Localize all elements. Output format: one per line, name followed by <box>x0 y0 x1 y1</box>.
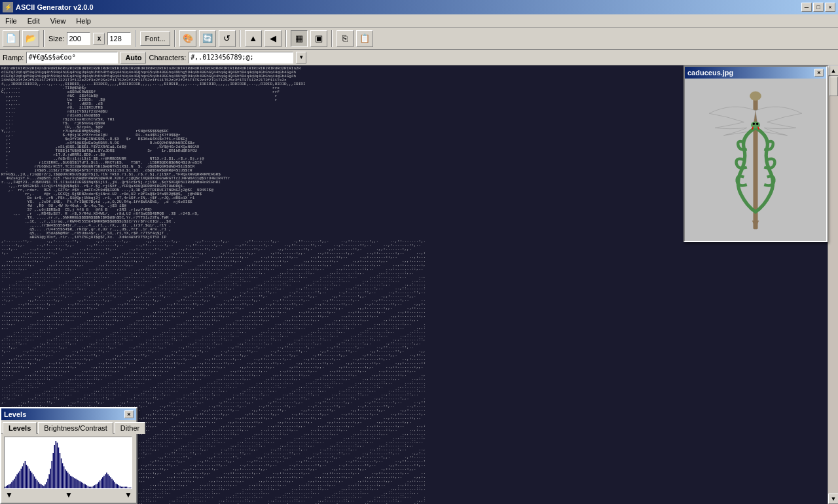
svg-rect-2 <box>7 485 9 488</box>
svg-rect-6 <box>12 480 14 488</box>
svg-rect-69 <box>97 484 98 488</box>
refresh2-button[interactable]: ↺ <box>219 30 236 47</box>
svg-rect-53 <box>75 479 77 488</box>
white-point-slider[interactable]: ▼ <box>124 490 132 499</box>
svg-rect-70 <box>98 482 100 488</box>
svg-rect-10 <box>18 473 19 488</box>
levels-content: ▼ ▼ ▼ <box>1 434 136 502</box>
svg-rect-52 <box>74 478 75 488</box>
tab-brightness-contrast[interactable]: Brightness/Contrast <box>38 422 113 434</box>
black-point-slider[interactable]: ▼ <box>5 490 13 499</box>
ramp-label: Ramp: <box>3 54 24 62</box>
menu-view[interactable]: View <box>45 16 71 26</box>
ramp-input[interactable] <box>26 52 118 63</box>
svg-rect-28 <box>42 485 43 488</box>
svg-rect-3 <box>9 484 10 488</box>
copy-button[interactable]: ⎘ <box>337 30 354 47</box>
svg-rect-8 <box>15 477 16 488</box>
svg-rect-22 <box>34 477 35 488</box>
svg-rect-59 <box>83 484 84 488</box>
svg-rect-90 <box>125 487 126 488</box>
maximize-button[interactable]: □ <box>813 3 824 12</box>
svg-rect-18 <box>29 469 30 488</box>
width-input[interactable] <box>67 32 90 45</box>
svg-rect-94 <box>130 488 132 488</box>
auto-button[interactable]: Auto <box>120 52 146 63</box>
svg-rect-23 <box>35 479 37 488</box>
svg-rect-33 <box>48 474 50 488</box>
paste-button[interactable]: 📋 <box>356 30 373 47</box>
svg-rect-5 <box>11 482 12 488</box>
svg-rect-68 <box>96 484 97 488</box>
levels-sliders: ▼ ▼ ▼ <box>4 490 134 499</box>
svg-rect-39 <box>57 442 58 488</box>
new-button[interactable]: 📄 <box>3 30 20 47</box>
scroll-thumb[interactable] <box>829 77 838 96</box>
app-title: ASCII Generator v2.0.0 <box>16 3 801 11</box>
svg-rect-21 <box>33 474 34 488</box>
menu-file[interactable]: File <box>0 16 22 26</box>
height-input[interactable] <box>107 32 131 45</box>
svg-rect-73 <box>102 477 103 488</box>
preview-close-button[interactable]: × <box>814 69 824 77</box>
svg-rect-72 <box>101 479 102 488</box>
main-area: NRIndRIRIRIR2RIR2nDnRdRIRdRn2RIRIRdRIRIR… <box>0 65 838 504</box>
svg-point-100 <box>756 122 759 125</box>
window-controls: ─ □ × <box>801 3 835 12</box>
levels-close-button[interactable]: × <box>124 410 134 418</box>
svg-rect-86 <box>120 486 121 488</box>
menu-edit[interactable]: Edit <box>22 16 45 26</box>
chars-label: Characters: <box>149 54 186 62</box>
chars-input[interactable] <box>189 52 293 63</box>
svg-rect-64 <box>90 487 92 488</box>
svg-rect-84 <box>117 484 118 488</box>
menu-help[interactable]: Help <box>71 16 96 26</box>
svg-rect-13 <box>22 466 24 488</box>
levels-title: Levels <box>4 410 26 418</box>
svg-rect-80 <box>111 479 113 488</box>
flip-up-button[interactable]: ▲ <box>245 30 262 47</box>
tab-dither[interactable]: Dither <box>115 422 145 434</box>
svg-rect-82 <box>114 482 115 488</box>
svg-rect-29 <box>43 486 45 488</box>
refresh-button[interactable]: 🔄 <box>199 30 216 47</box>
svg-rect-46 <box>66 471 67 488</box>
mid-point-slider[interactable]: ▼ <box>65 490 73 499</box>
svg-rect-95 <box>132 488 132 488</box>
minimize-button[interactable]: ─ <box>801 3 812 12</box>
scroll-down-button[interactable]: ▼ <box>828 494 838 504</box>
svg-rect-89 <box>124 487 125 488</box>
svg-rect-88 <box>122 487 124 488</box>
color-wheel-button[interactable]: 🎨 <box>179 30 196 47</box>
svg-rect-87 <box>121 487 122 488</box>
levels-panel: Levels × Levels Brightness/Contrast Dith… <box>0 407 137 504</box>
view-mode1-button[interactable]: ▦ <box>291 30 308 47</box>
svg-rect-38 <box>56 441 57 488</box>
close-button[interactable]: × <box>825 3 835 12</box>
svg-rect-44 <box>64 466 65 488</box>
ramp-bar: Ramp: Auto Characters: ▼ <box>0 50 838 65</box>
svg-rect-85 <box>118 485 120 488</box>
svg-point-97 <box>750 92 761 101</box>
chars-dropdown[interactable]: ▼ <box>296 52 306 63</box>
scroll-track[interactable] <box>828 76 838 494</box>
svg-rect-62 <box>88 486 89 488</box>
view-mode2-button[interactable]: ▣ <box>310 30 327 47</box>
preview-panel: caduceus.jpg × <box>683 65 828 242</box>
svg-rect-30 <box>45 484 46 488</box>
svg-rect-83 <box>115 484 117 488</box>
toolbar: 📄 📂 Size: x Font... 🎨 🔄 ↺ ▲ ◀ ▦ ▣ ⎘ 📋 <box>0 27 838 50</box>
svg-point-98 <box>751 122 760 129</box>
preview-title-bar: caduceus.jpg × <box>685 67 826 79</box>
svg-rect-61 <box>86 485 88 488</box>
open-button[interactable]: 📂 <box>22 30 39 47</box>
app-icon: ⚡ <box>3 2 13 12</box>
flip-left-button[interactable]: ◀ <box>264 30 282 47</box>
sep4 <box>240 30 241 47</box>
tab-levels[interactable]: Levels <box>3 422 37 434</box>
svg-rect-75 <box>105 474 106 488</box>
font-button[interactable]: Font... <box>140 31 170 46</box>
scroll-up-button[interactable]: ▲ <box>828 65 838 76</box>
svg-rect-0 <box>5 487 6 488</box>
svg-rect-91 <box>126 487 128 488</box>
